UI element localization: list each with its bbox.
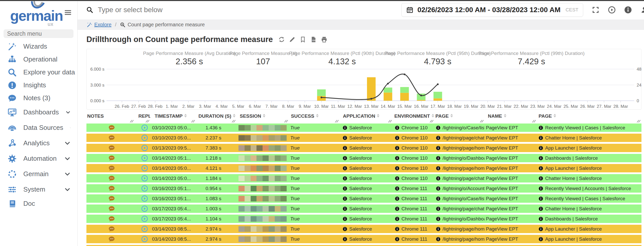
info-icon[interactable]: [436, 207, 440, 211]
info-icon[interactable]: [343, 156, 347, 160]
sidebar-item-automation[interactable]: Automation: [0, 151, 77, 166]
session-heatmap-strip[interactable]: [238, 125, 287, 131]
replay-icon[interactable]: [141, 175, 148, 182]
session-heatmap-strip[interactable]: [238, 135, 287, 141]
user-menu-button[interactable]: [640, 6, 644, 14]
info-icon[interactable]: [436, 176, 440, 181]
sidebar-item-data-sources[interactable]: Data Sources: [0, 120, 77, 135]
info-icon[interactable]: [436, 136, 440, 140]
sort-icon[interactable]: [184, 114, 187, 117]
sidebar-item-analytics[interactable]: Analytics: [0, 135, 77, 151]
comment-note-icon[interactable]: [108, 205, 115, 212]
comment-note-icon[interactable]: [108, 215, 115, 222]
column-resize-handle[interactable]: [335, 120, 339, 123]
sort-icon[interactable]: [316, 114, 319, 117]
column-header-repl[interactable]: REPL...: [135, 113, 150, 124]
column-resize-handle[interactable]: [146, 120, 149, 123]
info-icon[interactable]: [539, 237, 543, 241]
info-icon[interactable]: [395, 166, 399, 171]
export-csv-button[interactable]: CSV: [310, 36, 317, 43]
comment-note-icon[interactable]: [108, 236, 115, 242]
column-header-page[interactable]: PAGE: [434, 113, 485, 124]
comment-note-icon[interactable]: [108, 124, 115, 131]
sort-icon[interactable]: [554, 114, 556, 117]
sidebar-item-insights[interactable]: Insights: [0, 79, 77, 92]
bar-segment-yellow[interactable]: [417, 100, 426, 101]
bookmark-button[interactable]: [300, 36, 306, 43]
info-icon[interactable]: [343, 136, 347, 140]
comment-note-icon[interactable]: [108, 226, 115, 232]
info-icon[interactable]: [436, 166, 440, 171]
print-button[interactable]: [321, 36, 327, 43]
comment-note-icon[interactable]: [108, 195, 115, 202]
replay-icon[interactable]: [141, 236, 148, 242]
info-icon[interactable]: [539, 207, 543, 211]
global-search-input[interactable]: [97, 6, 401, 14]
comment-note-icon[interactable]: [108, 145, 115, 151]
info-icon[interactable]: [395, 146, 399, 150]
comment-note-icon[interactable]: [108, 134, 115, 141]
session-heatmap-strip[interactable]: [238, 216, 287, 222]
info-icon[interactable]: [539, 136, 543, 140]
column-header-notes[interactable]: NOTES: [86, 113, 135, 124]
column-header-success[interactable]: SUCCESS: [289, 113, 340, 124]
replay-icon[interactable]: [141, 205, 148, 212]
info-icon[interactable]: [539, 166, 543, 171]
info-icon[interactable]: [343, 237, 347, 241]
line-marker[interactable]: [420, 95, 422, 96]
session-heatmap-strip[interactable]: [238, 176, 287, 181]
column-header-duration-s[interactable]: DURATION (S): [196, 113, 236, 124]
column-header-environment[interactable]: ENVIRONMENT: [393, 113, 434, 124]
bar-segment-green[interactable]: [433, 92, 442, 98]
info-icon[interactable]: [539, 126, 543, 130]
sort-icon[interactable]: [233, 114, 235, 117]
replay-icon[interactable]: [141, 226, 148, 232]
column-resize-handle[interactable]: [130, 120, 134, 123]
session-heatmap-strip[interactable]: [238, 206, 287, 212]
info-icon[interactable]: [436, 217, 440, 221]
bar-segment-green[interactable]: [400, 87, 409, 93]
sidebar-search-input[interactable]: [4, 29, 73, 38]
column-header-name[interactable]: NAME: [485, 113, 537, 124]
info-icon[interactable]: [436, 156, 440, 160]
sidebar-item-doc[interactable]: Doc: [0, 197, 77, 210]
replay-icon[interactable]: [141, 195, 148, 202]
info-icon[interactable]: [539, 176, 543, 181]
replay-icon[interactable]: [141, 145, 148, 151]
session-heatmap-strip[interactable]: [238, 166, 287, 171]
info-icon[interactable]: [436, 126, 440, 130]
session-heatmap-strip[interactable]: [238, 236, 287, 242]
refresh-button[interactable]: [278, 36, 285, 43]
sort-icon[interactable]: [504, 114, 506, 117]
bar-segment-yellow[interactable]: [400, 93, 409, 101]
info-icon[interactable]: [343, 196, 347, 201]
replay-icon[interactable]: [141, 124, 148, 131]
sort-icon[interactable]: [263, 114, 265, 117]
sidebar-item-explore-your-data[interactable]: Explore your data: [0, 66, 77, 79]
comment-note-icon[interactable]: [108, 175, 115, 182]
column-resize-handle[interactable]: [191, 120, 195, 123]
line-marker[interactable]: [387, 83, 389, 85]
sort-icon[interactable]: [377, 114, 379, 117]
column-resize-handle[interactable]: [232, 120, 235, 123]
column-header-page[interactable]: PAGE: [537, 113, 641, 124]
info-icon[interactable]: [539, 146, 543, 150]
info-icon[interactable]: [436, 146, 440, 150]
info-icon[interactable]: [343, 126, 347, 130]
line-marker[interactable]: [404, 73, 406, 75]
info-icon[interactable]: [395, 176, 399, 181]
session-heatmap-strip[interactable]: [238, 226, 287, 232]
column-resize-handle[interactable]: [284, 120, 288, 123]
sort-icon[interactable]: [432, 114, 434, 117]
comment-note-icon[interactable]: [108, 155, 115, 161]
info-icon[interactable]: [395, 136, 399, 140]
replay-icon[interactable]: [141, 134, 148, 141]
column-resize-handle[interactable]: [637, 120, 640, 123]
info-icon[interactable]: [436, 237, 440, 241]
session-heatmap-strip[interactable]: [238, 196, 287, 201]
info-icon[interactable]: [395, 237, 399, 241]
date-range-picker[interactable]: 02/26/2023 12:00 AM - 03/28/2023 12:00 A…: [401, 3, 583, 17]
bar-segment-green[interactable]: [317, 89, 326, 96]
info-icon[interactable]: [395, 186, 399, 191]
bar-segment-green[interactable]: [384, 88, 392, 93]
